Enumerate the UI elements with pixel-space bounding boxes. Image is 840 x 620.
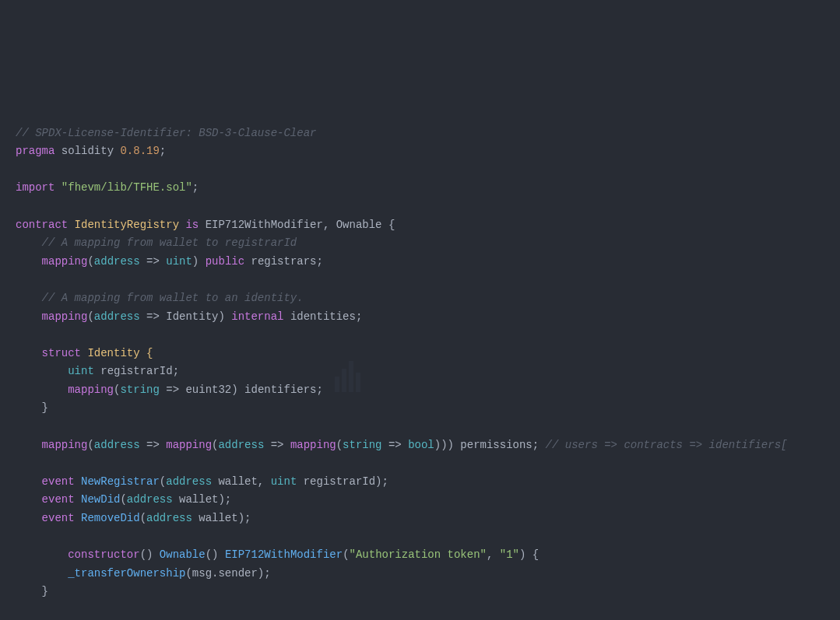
code-keyword: event xyxy=(16,475,75,488)
code-keyword: mapping xyxy=(16,255,87,268)
code-comment: // A mapping from wallet to an identity. xyxy=(16,292,304,304)
code-punct: ( xyxy=(336,439,343,451)
code-type: uint xyxy=(166,255,192,268)
code-function: NewDid xyxy=(75,493,121,506)
code-punct: ( xyxy=(140,512,146,524)
code-text: wallet); xyxy=(192,512,251,524)
code-punct: ( xyxy=(87,439,93,451)
code-keyword: mapping xyxy=(16,310,87,323)
code-text: , xyxy=(487,548,500,561)
code-keyword: is xyxy=(185,219,199,231)
code-punct: ; xyxy=(192,181,199,194)
code-typename: IdentityRegistry xyxy=(68,219,185,231)
code-string: "1" xyxy=(500,548,519,561)
code-punct: ; xyxy=(160,145,166,157)
code-text: => xyxy=(264,439,290,451)
code-keyword: mapping xyxy=(290,439,336,451)
code-string: "Authorization token" xyxy=(350,548,487,561)
code-keyword: constructor xyxy=(16,548,140,561)
code-text: => xyxy=(140,439,167,451)
code-punct: ( xyxy=(120,493,126,506)
code-punct: ( xyxy=(87,255,93,268)
code-punct: ( xyxy=(160,475,166,488)
code-type: string xyxy=(120,384,159,396)
code-keyword: struct xyxy=(16,347,81,359)
code-comment: // SPDX-License-Identifier: BSD-3-Clause… xyxy=(16,127,316,139)
code-text: registrarId); xyxy=(297,475,388,488)
code-string: "fhevm/lib/TFHE.sol" xyxy=(54,181,192,194)
code-text: } xyxy=(16,585,48,597)
code-typename: Identity { xyxy=(81,347,153,359)
code-type: address xyxy=(166,475,212,488)
code-type: address xyxy=(94,255,140,268)
code-editor: // SPDX-License-Identifier: BSD-3-Clause… xyxy=(0,73,840,620)
code-keyword: mapping xyxy=(166,439,212,451)
code-text: identities; xyxy=(283,310,362,323)
code-text: ))) permissions; xyxy=(434,439,546,451)
code-keyword: mapping xyxy=(16,439,87,451)
code-text: solidity xyxy=(54,145,120,157)
code-text: (msg.sender); xyxy=(185,567,270,580)
code-keyword: import xyxy=(16,181,54,194)
code-text: registrarId; xyxy=(94,365,179,377)
code-text: => Identity) xyxy=(140,310,232,323)
code-keyword: public xyxy=(206,255,244,268)
code-text: => xyxy=(382,439,409,451)
code-text: => euint32) identifiers; xyxy=(160,384,323,396)
code-function: NewRegistrar xyxy=(75,475,160,488)
code-text: ) xyxy=(192,255,206,268)
code-comment: // users => contracts => identifiers[ xyxy=(546,439,788,451)
code-type: address xyxy=(218,439,264,451)
code-text: () xyxy=(206,548,225,561)
code-function: EIP712WithModifier xyxy=(225,548,343,561)
code-type: uint xyxy=(16,365,94,377)
code-text: ) { xyxy=(519,548,539,561)
code-number: 0.8.19 xyxy=(120,145,159,157)
code-type: address xyxy=(94,439,140,451)
watermark xyxy=(335,361,360,392)
code-comment: // A mapping from wallet to registrarId xyxy=(16,236,297,249)
code-keyword: contract xyxy=(16,219,68,231)
code-function: RemoveDid xyxy=(75,512,140,524)
code-text: EIP712WithModifier, Ownable { xyxy=(199,219,395,231)
code-keyword: mapping xyxy=(16,384,114,396)
code-keyword: event xyxy=(16,512,75,524)
code-text: => xyxy=(140,255,167,268)
code-keyword: pragma xyxy=(16,145,54,157)
code-type: address xyxy=(127,493,173,506)
code-type: string xyxy=(343,439,381,451)
code-text: } xyxy=(16,401,48,414)
code-text: () xyxy=(140,548,160,561)
code-punct: ( xyxy=(343,548,349,561)
code-type: address xyxy=(146,512,192,524)
code-punct: ( xyxy=(87,310,93,323)
code-function: Ownable xyxy=(160,548,206,561)
code-type: address xyxy=(94,310,140,323)
code-type: bool xyxy=(408,439,434,451)
code-text: wallet, xyxy=(212,475,271,488)
code-keyword: internal xyxy=(231,310,283,323)
code-type: uint xyxy=(271,475,297,488)
code-keyword: event xyxy=(16,493,75,506)
code-text: wallet); xyxy=(173,493,232,506)
code-function: _transferOwnership xyxy=(16,567,185,580)
code-text: registrars; xyxy=(244,255,323,268)
